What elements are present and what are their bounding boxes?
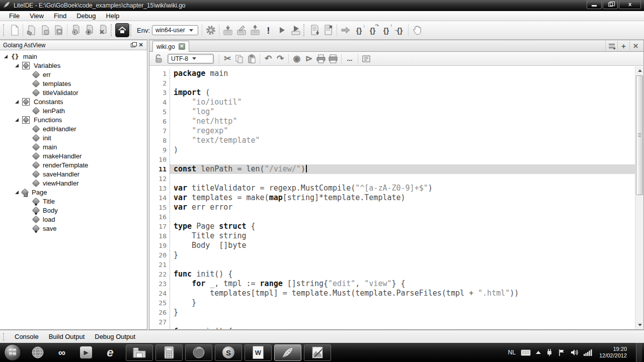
code-area[interactable]: 1package main23import (4 "io/ioutil"5 "l… bbox=[149, 66, 643, 329]
build-install-button[interactable] bbox=[248, 24, 262, 37]
tree-item-save[interactable]: save bbox=[0, 224, 147, 233]
taskbar-media-player-button[interactable]: ▶ bbox=[77, 344, 95, 361]
tab-close-button[interactable]: ✕ bbox=[179, 43, 185, 50]
insert-line-button[interactable] bbox=[308, 24, 321, 37]
network-signal-icon[interactable] bbox=[584, 349, 592, 356]
undo-button[interactable]: ↶ bbox=[262, 53, 274, 65]
step-over-button[interactable]: {}↷ bbox=[366, 24, 379, 37]
menu-find[interactable]: Find bbox=[49, 12, 71, 20]
language-indicator[interactable]: NL bbox=[508, 349, 516, 356]
tree-item-Body[interactable]: Body bbox=[0, 206, 147, 215]
taskbar-skype-button[interactable]: S bbox=[215, 344, 242, 361]
export-button[interactable]: ⊳ bbox=[303, 53, 315, 65]
power-icon[interactable] bbox=[546, 348, 553, 356]
tree-item-main[interactable]: {}main bbox=[0, 52, 147, 61]
run-to-line-button[interactable]: →{} bbox=[393, 24, 407, 37]
output-tab-debug-output[interactable]: Debug Output bbox=[90, 332, 140, 341]
home-button[interactable] bbox=[115, 23, 129, 37]
print-button[interactable] bbox=[315, 53, 327, 65]
tree-expander-icon[interactable] bbox=[4, 55, 8, 58]
more-button[interactable]: ... bbox=[344, 53, 356, 65]
tree-item-makeHandler[interactable]: makeHandler bbox=[0, 151, 147, 160]
restore-button[interactable] bbox=[603, 1, 618, 9]
encoding-select[interactable]: UTF-8 bbox=[168, 54, 214, 64]
print-preview-button[interactable] bbox=[327, 53, 339, 65]
menu-help[interactable]: Help bbox=[101, 12, 125, 20]
tree-item-editHandler[interactable]: editHandler bbox=[0, 124, 147, 133]
scroll-up-button[interactable] bbox=[635, 66, 644, 75]
tree-item-renderTemplate[interactable]: renderTemplate bbox=[0, 160, 147, 169]
tree-item-lenPath[interactable]: lenPath bbox=[0, 106, 147, 115]
tree-expander-icon[interactable] bbox=[15, 64, 19, 67]
keyboard-icon[interactable] bbox=[521, 349, 531, 356]
menu-debug[interactable]: Debug bbox=[71, 12, 101, 20]
taskbar-image-editor-button[interactable] bbox=[304, 344, 331, 361]
vertical-scrollbar[interactable] bbox=[635, 66, 643, 329]
paste-button[interactable] bbox=[246, 53, 258, 65]
taskbar-word-button[interactable]: W bbox=[245, 344, 272, 361]
tree-item-Constants[interactable]: Constants bbox=[0, 97, 147, 106]
run-file-button[interactable] bbox=[289, 24, 302, 37]
close-panel-button[interactable]: ✕ bbox=[137, 41, 145, 49]
tab-wiki-go[interactable]: wiki.go ✕ bbox=[152, 41, 189, 52]
save-file-button[interactable] bbox=[83, 24, 96, 37]
menu-view[interactable]: View bbox=[25, 12, 49, 20]
output-tab-build-output[interactable]: Build Output bbox=[44, 332, 90, 341]
menu-file[interactable]: File bbox=[4, 12, 25, 20]
taskbar-liteide-button[interactable] bbox=[274, 344, 301, 361]
stop-button[interactable] bbox=[410, 24, 424, 37]
outline-button[interactable] bbox=[360, 53, 372, 65]
scrollbar-thumb[interactable] bbox=[636, 75, 643, 195]
tree-item-Functions[interactable]: Functions bbox=[0, 115, 147, 124]
delete-line-button[interactable] bbox=[321, 24, 335, 37]
env-select[interactable]: win64-user bbox=[152, 25, 198, 35]
action-center-flag-icon[interactable] bbox=[558, 349, 566, 356]
tree-expander-icon[interactable] bbox=[15, 118, 19, 122]
tab-list-button[interactable] bbox=[605, 41, 617, 51]
revert-file-button[interactable] bbox=[69, 24, 83, 37]
tree-item-titleValidator[interactable]: titleValidator bbox=[0, 88, 147, 97]
lock-button[interactable] bbox=[152, 53, 165, 65]
taskbar-internet-explorer-button[interactable]: e bbox=[102, 344, 119, 361]
open-file-button[interactable] bbox=[25, 24, 38, 37]
run-button[interactable] bbox=[275, 24, 289, 37]
open-project-button[interactable] bbox=[52, 24, 65, 37]
redo-button[interactable]: ↷ bbox=[274, 53, 286, 65]
hidden-icons-button[interactable] bbox=[536, 351, 541, 354]
close-button[interactable]: x bbox=[619, 1, 641, 9]
tree-item-load[interactable]: load bbox=[0, 215, 147, 224]
tree-item-Variables[interactable]: Variables bbox=[0, 61, 147, 70]
taskbar-infinity-app-button[interactable]: ∞ bbox=[53, 344, 70, 361]
tree-item-templates[interactable]: templates bbox=[0, 79, 147, 88]
volume-icon[interactable] bbox=[571, 349, 579, 356]
scroll-down-button[interactable] bbox=[635, 321, 644, 329]
taskbar-calculator-button[interactable] bbox=[155, 344, 183, 361]
tree-item-Page[interactable]: Page bbox=[0, 188, 147, 197]
open-folder-button[interactable] bbox=[38, 24, 52, 37]
tree-expander-icon[interactable] bbox=[15, 191, 19, 194]
step-into-button[interactable]: {}↓ bbox=[352, 24, 366, 37]
taskbar-network-globe-button[interactable] bbox=[29, 344, 46, 361]
float-panel-button[interactable] bbox=[129, 41, 137, 49]
tree-item-Title[interactable]: Title bbox=[0, 197, 147, 206]
save-all-button[interactable] bbox=[96, 24, 110, 37]
minimize-button[interactable] bbox=[587, 1, 602, 9]
tree-item-viewHandler[interactable]: viewHandler bbox=[0, 178, 147, 188]
tree-item-main[interactable]: main bbox=[0, 142, 147, 151]
options-button[interactable] bbox=[204, 24, 217, 37]
tree-item-err[interactable]: err bbox=[0, 70, 147, 79]
close-tab-button[interactable]: ✕ bbox=[629, 41, 641, 51]
cut-button[interactable]: ✂ bbox=[221, 53, 233, 65]
build-edit-button[interactable] bbox=[234, 24, 248, 37]
clock[interactable]: 19:20 12/02/2012 bbox=[599, 346, 627, 359]
check-errors-button[interactable]: ! bbox=[262, 24, 275, 37]
copy-button[interactable] bbox=[233, 53, 246, 65]
record-macro-button[interactable]: ◉ bbox=[291, 53, 303, 65]
tree-expander-icon[interactable] bbox=[15, 100, 19, 104]
new-file-button[interactable] bbox=[8, 24, 21, 37]
build-button[interactable] bbox=[221, 24, 234, 37]
step-out-button[interactable]: {}↑ bbox=[379, 24, 393, 37]
tree-item-init[interactable]: init bbox=[0, 133, 147, 142]
taskbar-firefox-button[interactable] bbox=[185, 344, 212, 361]
taskbar-file-explorer-button[interactable] bbox=[126, 344, 153, 361]
